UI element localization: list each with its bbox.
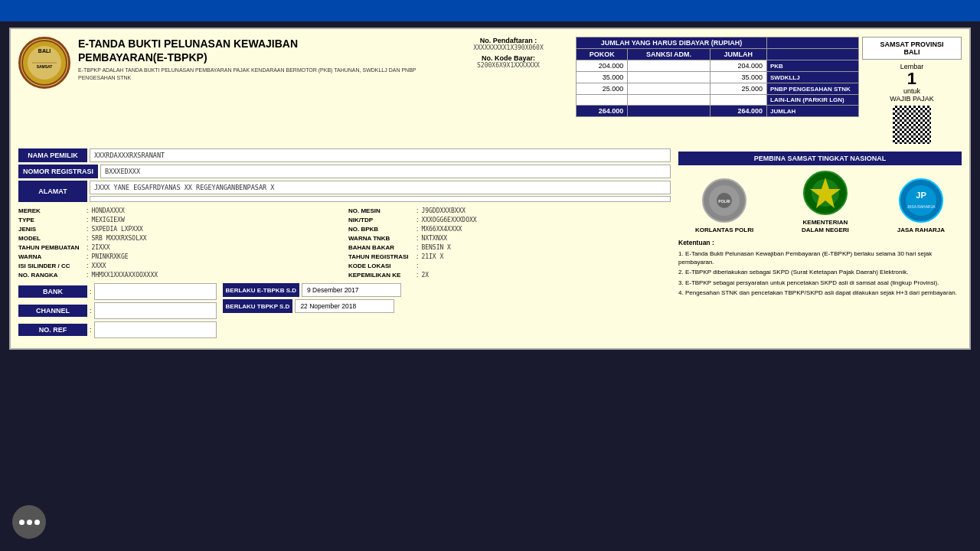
right-info-panel: PEMBINA SAMSAT TINGKAT NASIONAL POLRI KO… <box>678 148 962 341</box>
vehicle-kepemilikan: KEPEMILIKAN KE : 2X <box>348 271 671 279</box>
bank-row: BANK : <box>18 283 217 300</box>
org-kemendagri: KEMENTERIAN DALAM NEGERI <box>795 170 856 233</box>
pay-category-4: JUMLAH <box>767 106 859 117</box>
vehicle-details: MEREK : HONDAXXXX NO. MESIN : J9GDDXXXBX… <box>18 207 671 279</box>
pay-jumlah-2: 25.000 <box>710 83 766 95</box>
kemendagri-logo-svg <box>802 170 848 216</box>
svg-text:POLRI: POLRI <box>718 199 730 204</box>
vehicle-warna-tnkb: WARNA TNKB : NXTXNXX <box>348 234 671 242</box>
no-bpkb-value: MX66XX4XXXX <box>421 226 462 233</box>
type-label: TYPE <box>18 217 83 223</box>
berlaku-tbpkp-value: 22 Nopember 2018 <box>295 299 394 313</box>
national-panel-title: PEMBINA SAMSAT TINGKAT NASIONAL <box>678 152 962 165</box>
vehicle-merek: MEREK : HONDAXXXX <box>18 207 341 214</box>
bank-value <box>94 283 217 300</box>
vehicle-model: MODEL : SRB MXXXRXSOLXX <box>18 234 341 242</box>
col-pokok: POKOK <box>577 49 628 60</box>
vehicle-no-rangka: NO. RANGKA : MHMXX1XXXAXXOOXXXX <box>18 271 341 279</box>
org-korlantas: POLRI KORLANTAS POLRI <box>695 178 753 234</box>
pay-sanksi-0 <box>628 60 710 72</box>
vehicle-no-bpkb: NO. BPKB : MX66XX4XXXX <box>348 225 671 233</box>
tahun-pembuatan-value: 2IXXX <box>91 244 109 251</box>
payment-header: JUMLAH YANG HARUS DIBAYAR (RUPIAH) <box>577 37 767 49</box>
pay-sanksi-3 <box>628 95 710 106</box>
merek-label: MEREK <box>18 207 83 214</box>
ketentuan-item-3: 3. E-TBPKP sebagai persyaratan untuk pen… <box>678 279 962 287</box>
pay-pokok-4: 264.000 <box>577 106 628 117</box>
alamat-value1: JXXX YANE EGSAFRDYANAS XX REGEYANGANBENP… <box>90 181 671 194</box>
lembar-for: untuk <box>890 87 934 95</box>
lembar-box: Lembar 1 untuk WAJIB PAJAK <box>890 63 934 103</box>
no-rangka-value: MHMXX1XXXAXXOOXXXX <box>91 272 158 279</box>
svg-text:JASA RAHARJA: JASA RAHARJA <box>906 204 936 209</box>
samsat-title: SAMSAT PROVINSI <box>869 41 955 48</box>
pay-jumlah-4: 264.000 <box>710 106 766 117</box>
lembar-number: 1 <box>890 70 934 87</box>
no-ref-value <box>94 321 217 338</box>
no-rangka-label: NO. RANGKA <box>18 272 83 279</box>
pay-jumlah-0: 204.000 <box>710 60 766 72</box>
overflow-menu-button[interactable] <box>12 505 46 539</box>
korlantas-name: KORLANTAS POLRI <box>695 227 753 234</box>
col-sanksi: SANKSI ADM. <box>628 49 710 60</box>
vehicle-kode-lokasi: KODE LOKASI : <box>348 262 671 269</box>
kemendagri-name: KEMENTERIAN DALAM NEGERI <box>795 219 856 233</box>
bahan-bakar-label: BAHAN BAKAR <box>348 244 413 251</box>
channel-row: CHANNEL : <box>18 302 217 319</box>
no-kode-bayar-value: S200X6X9X1XXXXXXX <box>447 62 570 69</box>
svg-text:BALI: BALI <box>38 48 51 54</box>
nomor-registrasi-value: BXXXEDXXX <box>100 165 671 178</box>
no-bpkb-label: NO. BPKB <box>348 226 413 233</box>
vehicle-bahan-bakar: BAHAN BAKAR : BENSIN X <box>348 243 671 251</box>
org-jasaraharja: JP JASA RAHARJA JASA RAHARJA <box>897 178 945 234</box>
kepemilikan-value: 2X <box>421 272 429 279</box>
vehicle-tahun-registrasi: TAHUN REGISTRASI : 21IX X <box>348 253 671 260</box>
doc-subtitle: E-TBPKP ADALAH TANDA BUKTI PELUNASAN PEM… <box>78 67 441 82</box>
category-header <box>767 37 859 49</box>
no-ref-label: NO. REF <box>18 324 87 336</box>
vehicle-jenis: JENIS : SXPEDIA LXPXXX <box>18 225 341 233</box>
top-bar <box>0 0 980 21</box>
payment-section: JUMLAH YANG HARUS DIBAYAR (RUPIAH) POKOK… <box>576 37 962 144</box>
samsat-box: SAMSAT PROVINSI BALI <box>862 37 962 60</box>
berlaku-tbpkp-row: BERLAKU TBPKP S.D 22 Nopember 2018 <box>223 299 401 313</box>
bank-label: BANK <box>18 285 87 298</box>
bank-fields: BANK : CHANNEL : NO. REF : <box>18 283 217 341</box>
no-kode-bayar-label: No. Kode Bayar: <box>447 54 570 62</box>
qr-code <box>893 106 931 144</box>
samsat-subtitle: BALI <box>869 48 955 56</box>
tahun-registrasi-value: 21IX X <box>421 253 443 260</box>
vehicle-no-mesin: NO. MESIN : J9GDDXXXBXXX <box>348 207 671 214</box>
nik-tdp-label: NIK/TDP <box>348 217 413 223</box>
pay-sanksi-4 <box>628 106 710 117</box>
nama-pemilik-value: XXXRDAXXXRXSRANANT <box>90 148 671 162</box>
kode-lokasi-label: KODE LOKASI <box>348 262 413 269</box>
nomor-registrasi-row: NOMOR REGISTRASI BXXXEDXXX <box>18 165 671 178</box>
pay-pokok-1: 35.000 <box>577 72 628 83</box>
dot1 <box>19 520 24 525</box>
warna-tnkb-value: NXTXNXX <box>421 235 447 242</box>
berlaku-etbpkp-row: BERLAKU E-TBPKB S.D 9 Desember 2017 <box>223 283 401 297</box>
warna-tnkb-label: WARNA TNKB <box>348 235 413 242</box>
dot2 <box>27 520 32 525</box>
ketentuan-item-1: 1. E-Tanda Bukti Pelunasan Kewajiban Pem… <box>678 249 962 266</box>
kepemilikan-label: KEPEMILIKAN KE <box>348 272 413 279</box>
warna-label: WARNA <box>18 253 83 260</box>
vehicle-isi-silinder: ISI SILINDER / CC : XXXX <box>18 262 341 269</box>
vehicle-nik-tdp: NIK/TDP : XXXOGG6EXXXDOXX <box>348 216 671 223</box>
ketentuan-title: Ketentuan : <box>678 238 962 248</box>
pay-category-3: LAIN-LAIN (PARKIR LGN) <box>767 95 859 106</box>
model-label: MODEL <box>18 235 83 242</box>
alamat-value2 <box>90 196 671 202</box>
berlaku-etbpkp-label: BERLAKU E-TBPKB S.D <box>223 283 299 297</box>
jasaraharja-logo-svg: JP JASA RAHARJA <box>898 178 944 223</box>
isi-silinder-value: XXXX <box>91 262 106 269</box>
pay-jumlah-3 <box>710 95 766 106</box>
tahun-registrasi-label: TAHUN REGISTRASI <box>348 253 413 260</box>
korlantas-logo-svg: POLRI <box>701 178 747 223</box>
svg-text:SAMSAT: SAMSAT <box>37 64 53 69</box>
no-pendaftaran-value: XXXXXXXXX1X390X060X <box>447 44 570 51</box>
warna-value: PNINKRXKGE <box>91 253 128 260</box>
pay-pokok-0: 204.000 <box>577 60 628 72</box>
svg-text:JP: JP <box>916 191 926 200</box>
